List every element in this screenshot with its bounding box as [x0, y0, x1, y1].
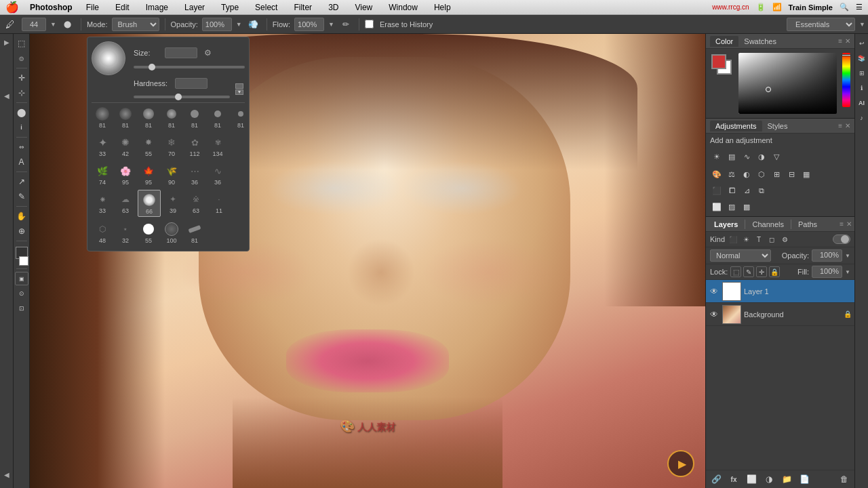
filter-shape-icon[interactable]: ◻ [766, 234, 777, 245]
tab-channels[interactable]: Channels [747, 219, 789, 230]
menu-select[interactable]: Select [252, 1, 280, 14]
screen-mode-btn[interactable]: ⊙ [15, 287, 28, 300]
opacity-value[interactable]: 100% [202, 18, 232, 31]
blend-mode-select[interactable]: Normal Multiply Screen Overlay [710, 249, 771, 262]
brush-item[interactable]: ✦ 33 [92, 133, 113, 159]
brush-item[interactable]: 🍁 95 [138, 161, 159, 187]
brush-item[interactable]: ✿ 112 [184, 133, 205, 159]
search-icon[interactable]: 🔍 [840, 3, 849, 12]
brush-item[interactable]: ⋯ 36 [184, 161, 205, 187]
crop-tool-btn[interactable]: ⊹ [15, 86, 28, 100]
bw-adj[interactable]: ◐ [740, 167, 753, 181]
brush-item[interactable]: 81 [115, 104, 136, 130]
menu-icon[interactable]: ☰ [856, 3, 863, 12]
lasso-tool-btn[interactable]: ⌾ [15, 52, 28, 65]
brush-item[interactable]: 81 [184, 220, 205, 245]
panel-options-btn[interactable]: ≡ [838, 37, 842, 45]
filter-toggle[interactable] [833, 235, 850, 244]
brush-item[interactable]: ✺ 42 [115, 133, 136, 159]
menu-3d[interactable]: 3D [326, 1, 341, 14]
brush-item[interactable]: 81 [92, 104, 113, 130]
pen-tool-btn[interactable]: ✎ [15, 190, 28, 203]
brush-item[interactable]: 100 [161, 220, 182, 245]
gradient2-adj[interactable]: ▨ [725, 200, 738, 214]
lock-all-btn[interactable]: 🔒 [769, 266, 780, 277]
brush-item[interactable]: ∿ 36 [207, 161, 229, 187]
brush-item[interactable]: 55 [138, 220, 159, 245]
posterize-adj[interactable]: ⧠ [725, 184, 738, 197]
ai-btn[interactable]: AI [855, 96, 869, 110]
brush-item[interactable]: 🌾 90 [161, 161, 182, 187]
move-tool-btn[interactable]: ✛ [15, 71, 28, 85]
fill-input[interactable]: 100% [812, 266, 842, 278]
adj-panel-close[interactable]: ✕ [845, 122, 850, 129]
brush-item[interactable]: 🌿 74 [92, 161, 113, 187]
lock-position-btn[interactable]: ✛ [756, 266, 767, 277]
brush-item[interactable]: 81 [184, 104, 205, 130]
tab-color[interactable]: Color [710, 36, 738, 47]
new-group-btn[interactable]: 📁 [781, 473, 793, 485]
brush-item[interactable]: ⬡ 48 [92, 220, 113, 245]
brush-item[interactable]: ☁ 63 [115, 190, 136, 217]
zoom-tool-btn[interactable]: ⊕ [15, 224, 28, 238]
brush-item[interactable]: ⁕ 33 [92, 190, 113, 217]
colormatch-adj[interactable]: ⊟ [785, 167, 798, 181]
workspace-select[interactable]: Essentials Photography [787, 18, 855, 31]
hand-tool-btn[interactable]: ✋ [15, 209, 28, 223]
hue-strip[interactable] [842, 53, 850, 107]
brush-item[interactable]: ※ 63 [185, 190, 207, 217]
tab-paths[interactable]: Paths [793, 219, 823, 230]
library-btn[interactable]: 📚 [855, 52, 869, 65]
hardness-input[interactable]: 46% [175, 78, 208, 89]
brush-item[interactable]: · 11 [208, 190, 230, 217]
color-spectrum[interactable] [738, 53, 837, 114]
brush-item[interactable]: ✾ 134 [207, 133, 229, 159]
opacity-arrow[interactable]: ▼ [845, 253, 850, 259]
filter-adj-icon[interactable]: ☀ [741, 234, 751, 245]
hsl-adj[interactable]: 🎨 [710, 167, 724, 181]
brush-size-arrow[interactable]: ▼ [50, 21, 56, 28]
workspace-arrow[interactable]: ▼ [859, 21, 865, 28]
tablet-icon[interactable]: ✏ [338, 17, 353, 32]
levels-adj[interactable]: ▤ [725, 150, 738, 163]
properties-btn[interactable]: ⊞ [855, 66, 869, 80]
lock-transparent-btn[interactable]: ⬚ [730, 266, 741, 277]
new-layer-btn[interactable]: 📄 [798, 473, 810, 485]
solid-adj[interactable]: ⬜ [710, 200, 724, 214]
menu-file[interactable]: File [83, 1, 102, 14]
brush-picker-btn[interactable]: ⬤ [60, 17, 75, 32]
type-tool-btn[interactable]: A [15, 155, 28, 169]
bg-color-swatch[interactable] [19, 256, 28, 266]
info-panel-btn[interactable]: ℹ [855, 81, 869, 95]
collapse-mid[interactable]: ◀ [1, 90, 12, 101]
brush-item[interactable]: 81 [161, 104, 182, 130]
brush-item[interactable]: 81 [230, 104, 252, 130]
collapse-bot[interactable]: ◀ [1, 469, 12, 480]
layers-options-btn[interactable]: ≡ [840, 220, 844, 228]
filter-smart-icon[interactable]: ⚙ [779, 234, 790, 245]
menu-edit[interactable]: Edit [113, 1, 132, 14]
opacity-arrow[interactable]: ▼ [236, 21, 242, 28]
background-eye[interactable]: 👁 [709, 309, 719, 320]
size-slider[interactable] [134, 66, 245, 68]
airbrush-icon[interactable]: 💨 [246, 17, 261, 32]
delete-layer-btn[interactable]: 🗑 [838, 473, 850, 485]
panel-icon-up[interactable]: ▼ [235, 83, 245, 95]
curves-adj[interactable]: ∿ [740, 150, 753, 163]
path-tool-btn[interactable]: ↗ [15, 175, 28, 188]
menu-window[interactable]: Window [386, 1, 420, 14]
menu-help[interactable]: Help [431, 1, 454, 14]
filter-pixel-icon[interactable]: ⬛ [728, 234, 738, 245]
brush-item[interactable]: ❄ 70 [161, 133, 182, 159]
flow-value[interactable]: 100% [294, 18, 324, 31]
selection-tool-btn[interactable]: ⬚ [15, 37, 28, 50]
photo-filter-adj[interactable]: ⬡ [755, 167, 768, 181]
flow-arrow[interactable]: ▼ [328, 21, 334, 28]
brush-item[interactable]: ✸ 55 [138, 133, 159, 159]
panel-close-btn[interactable]: ✕ [845, 37, 850, 45]
eraser-tool-icon[interactable]: 🖊 [3, 17, 18, 32]
adj-panel-options[interactable]: ≡ [838, 122, 842, 129]
brush-item[interactable]: 🌸 95 [115, 161, 136, 187]
opacity-input[interactable]: 100% [812, 249, 842, 262]
play-button[interactable] [667, 450, 694, 477]
